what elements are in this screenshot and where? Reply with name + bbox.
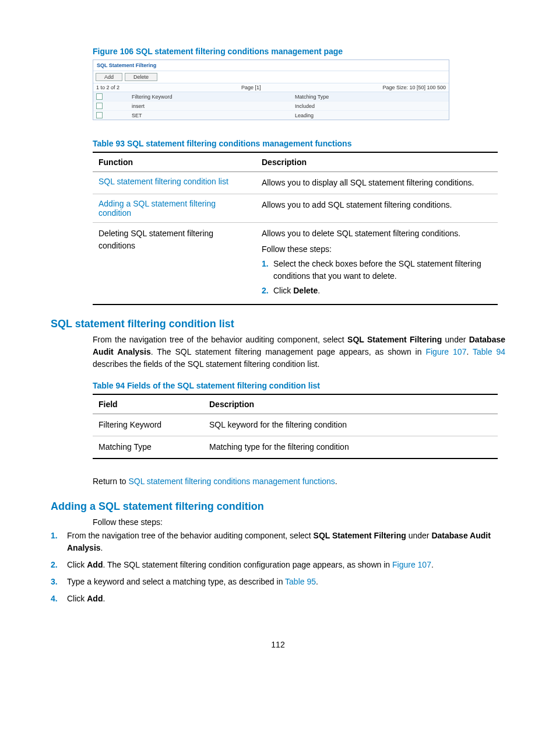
pager-left: 1 to 2 of 2	[96, 85, 119, 90]
cell-matching: Included	[295, 103, 315, 109]
row-checkbox[interactable]	[96, 112, 103, 118]
table-row: insert Included	[93, 102, 449, 111]
desc-follow: Follow these steps:	[262, 243, 492, 256]
column-header: Matching Type	[295, 94, 329, 100]
cell-desc: Allows you to display all SQL statement …	[256, 172, 498, 194]
step-number: 2.	[51, 559, 67, 571]
pager-center: Page [1]	[241, 85, 261, 90]
th-function: Function	[93, 152, 256, 172]
cell-fn: Deleting SQL statement filtering conditi…	[93, 223, 256, 305]
step-number: 1.	[262, 258, 273, 282]
link-table-95[interactable]: Table 95	[285, 577, 316, 586]
link-return[interactable]: SQL statement filtering conditions manag…	[128, 477, 335, 486]
add-button[interactable]: Add	[96, 73, 122, 81]
link-figure-107[interactable]: Figure 107	[392, 560, 431, 569]
table-row: Deleting SQL statement filtering conditi…	[93, 223, 498, 305]
page-number: 112	[51, 640, 505, 649]
step-number: 3.	[51, 576, 67, 588]
panel-title: SQL Statement Filtering	[93, 60, 449, 71]
link-table-94[interactable]: Table 94	[473, 347, 505, 356]
cell-keyword: insert	[132, 103, 295, 109]
figure-caption: Figure 106 SQL statement filtering condi…	[93, 47, 505, 56]
step-text: Click Delete.	[273, 285, 320, 297]
step-number: 1.	[51, 530, 67, 554]
cell-desc: SQL keyword for the filtering condition	[203, 414, 498, 436]
desc-lead: Allows you to delete SQL statement filte…	[262, 228, 492, 240]
table-row: SQL statement filtering condition list A…	[93, 172, 498, 194]
table-row: Filtering Keyword SQL keyword for the fi…	[93, 414, 498, 436]
cell-desc: Allows you to add SQL statement filterin…	[256, 194, 498, 223]
section-paragraph: From the navigation tree of the behavior…	[93, 334, 505, 370]
pager: 1 to 2 of 2 Page [1] Page Size: 10 [50] …	[93, 83, 449, 92]
row-checkbox[interactable]	[96, 103, 103, 109]
step-number: 2.	[262, 285, 273, 297]
th-description: Description	[256, 152, 498, 172]
return-line: Return to SQL statement filtering condit…	[93, 475, 505, 488]
table-row: Adding a SQL statement filtering conditi…	[93, 194, 498, 223]
step-number: 4.	[51, 593, 67, 605]
table-header-row: Filtering Keyword Matching Type	[93, 92, 449, 102]
table-caption: Table 93 SQL statement filtering conditi…	[93, 139, 505, 148]
cell-keyword: SET	[132, 113, 295, 118]
link-sql-list[interactable]: SQL statement filtering condition list	[98, 177, 228, 186]
table-row: Matching Type Matching type for the filt…	[93, 436, 498, 459]
checkbox-all[interactable]	[96, 93, 103, 100]
step-text: Type a keyword and select a matching typ…	[67, 576, 505, 588]
link-add-sql[interactable]: Adding a SQL statement filtering conditi…	[98, 199, 216, 218]
table-93: Function Description SQL statement filte…	[93, 152, 498, 305]
cell-desc: Allows you to delete SQL statement filte…	[256, 223, 498, 305]
cell-matching: Leading	[295, 113, 314, 118]
steps-lead: Follow these steps:	[93, 516, 505, 528]
toolbar: Add Delete	[93, 71, 449, 83]
section-heading: SQL statement filtering condition list	[51, 318, 505, 330]
table-row: SET Leading	[93, 111, 449, 120]
th-field: Field	[93, 394, 203, 414]
step-text: From the navigation tree of the behavior…	[67, 530, 505, 554]
pager-right: Page Size: 10 [50] 100 500	[382, 85, 446, 90]
step-text: Click Add.	[67, 593, 505, 605]
section-heading: Adding a SQL statement filtering conditi…	[51, 501, 505, 513]
link-figure-107[interactable]: Figure 107	[425, 347, 466, 356]
delete-button[interactable]: Delete	[125, 73, 157, 81]
cell-field: Matching Type	[93, 436, 203, 459]
column-header: Filtering Keyword	[132, 94, 295, 100]
steps-list: 1. From the navigation tree of the behav…	[51, 530, 505, 605]
cell-field: Filtering Keyword	[93, 414, 203, 436]
cell-desc: Matching type for the filtering conditio…	[203, 436, 498, 459]
th-description: Description	[203, 394, 498, 414]
table-94: Field Description Filtering Keyword SQL …	[93, 394, 498, 459]
table-caption: Table 94 Fields of the SQL statement fil…	[93, 381, 505, 390]
step-text: Select the check boxes before the SQL st…	[273, 258, 492, 282]
figure-screenshot: SQL Statement Filtering Add Delete 1 to …	[93, 60, 449, 120]
step-text: Click Add. The SQL statement filtering c…	[67, 559, 505, 571]
